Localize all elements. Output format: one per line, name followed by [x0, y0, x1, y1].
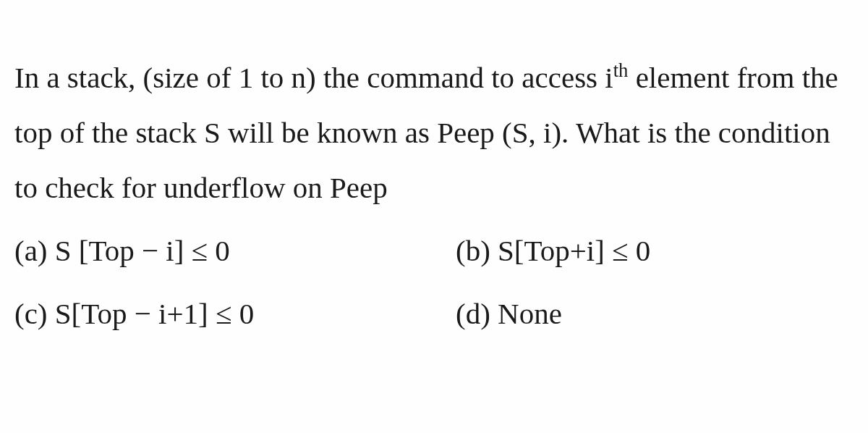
question-part1: In a stack, (size of 1 to n) the command… [14, 61, 613, 94]
question-superscript: th [613, 59, 629, 81]
option-b: (b) S[Top+i] ≤ 0 [456, 230, 854, 272]
option-d: (d) None [456, 293, 854, 335]
option-c: (c) S[Top − i+1] ≤ 0 [14, 293, 412, 335]
options-grid: (a) S [Top − i] ≤ 0 (b) S[Top+i] ≤ 0 (c)… [14, 230, 854, 335]
question-text: In a stack, (size of 1 to n) the command… [14, 51, 854, 216]
option-a: (a) S [Top − i] ≤ 0 [14, 230, 412, 272]
